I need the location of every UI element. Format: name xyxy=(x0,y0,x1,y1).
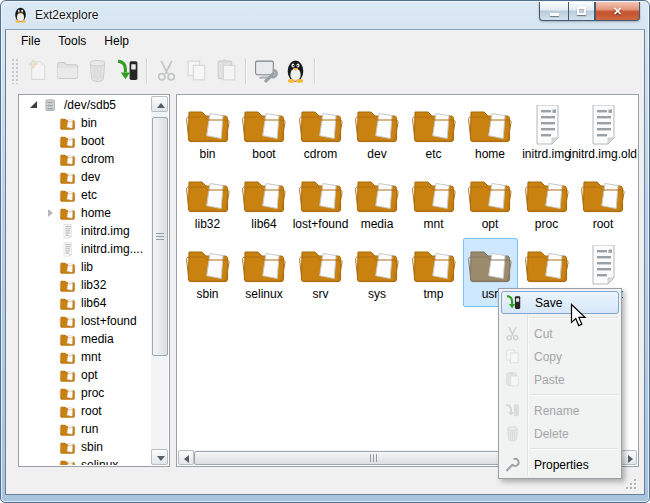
tree-item-mnt[interactable]: mnt xyxy=(20,348,150,366)
tree-item-cdrom[interactable]: cdrom xyxy=(20,150,150,168)
file-item-opt[interactable]: opt xyxy=(463,168,518,237)
context-menu-label: Properties xyxy=(534,458,589,472)
file-item-sbin[interactable]: sbin xyxy=(180,238,235,307)
scroll-down-button[interactable] xyxy=(151,449,168,465)
tree-item-proc[interactable]: proc xyxy=(20,384,150,402)
file-item-home[interactable]: home xyxy=(463,98,518,167)
file-item-label: boot xyxy=(252,147,275,161)
menu-separator xyxy=(530,394,618,396)
tree-item-sbin[interactable]: sbin xyxy=(20,438,150,456)
tree-item-run[interactable]: run xyxy=(20,420,150,438)
folder-icon xyxy=(297,173,345,215)
folder-icon xyxy=(297,175,345,215)
tree-item-lib64[interactable]: lib64 xyxy=(20,294,150,312)
menu-file[interactable]: File xyxy=(12,31,49,51)
folder-icon xyxy=(184,243,232,285)
file-item-media[interactable]: media xyxy=(350,168,405,237)
tree-item-label: etc xyxy=(81,188,97,202)
tree-item-bin[interactable]: bin xyxy=(20,114,150,132)
tree-item-label: cdrom xyxy=(81,152,114,166)
file-icon xyxy=(523,103,571,145)
scrollbar-thumb[interactable] xyxy=(152,117,168,356)
folder-icon xyxy=(240,103,288,145)
file-item-proc[interactable]: proc xyxy=(519,168,574,237)
properties-tool-button[interactable] xyxy=(250,56,280,86)
tree-item-dev[interactable]: dev xyxy=(20,168,150,186)
copy-icon xyxy=(499,348,525,365)
folder-icon xyxy=(59,152,76,167)
menu-help[interactable]: Help xyxy=(95,31,138,51)
tree-item-initrd-img[interactable]: initrd.img.... xyxy=(20,240,150,258)
file-item-lib32[interactable]: lib32 xyxy=(180,168,235,237)
context-copy[interactable]: Copy xyxy=(499,345,621,368)
scroll-up-button[interactable] xyxy=(151,96,168,112)
tree-item-label: mnt xyxy=(81,350,101,364)
tree-item-home[interactable]: home xyxy=(20,204,150,222)
save-export-button[interactable] xyxy=(112,56,142,86)
file-item-initrd-img-old[interactable]: initrd.img.old xyxy=(576,98,631,167)
close-button[interactable]: ✕ xyxy=(595,2,640,21)
file-item-tmp[interactable]: tmp xyxy=(406,238,461,307)
folder-icon xyxy=(353,245,401,285)
file-item-mnt[interactable]: mnt xyxy=(406,168,461,237)
tree-item-lost-found[interactable]: lost+found xyxy=(20,312,150,330)
tree-vertical-scrollbar[interactable] xyxy=(151,96,168,465)
expander-collapsed-icon[interactable] xyxy=(46,208,56,218)
tree-item-media[interactable]: media xyxy=(20,330,150,348)
tree-item-dev-sdb5[interactable]: /dev/sdb5 xyxy=(20,96,150,114)
context-paste[interactable]: Paste xyxy=(499,368,621,391)
folder-icon xyxy=(410,245,458,285)
expander-spacer xyxy=(46,154,56,164)
menu-tools[interactable]: Tools xyxy=(49,31,95,51)
file-item-label: srv xyxy=(313,287,329,301)
tree-item-selinux[interactable]: selinux xyxy=(20,456,150,465)
file-item-selinux[interactable]: selinux xyxy=(237,238,292,307)
context-menu-label: Cut xyxy=(534,327,553,341)
file-item-etc[interactable]: etc xyxy=(406,98,461,167)
scroll-left-button[interactable] xyxy=(178,450,194,465)
toolbar-drag-handle[interactable] xyxy=(11,58,18,84)
file-item-srv[interactable]: srv xyxy=(293,238,348,307)
titlebar[interactable]: Ext2explore ✕ xyxy=(1,1,649,29)
tree-item-root[interactable]: root xyxy=(20,402,150,420)
file-item-sys[interactable]: sys xyxy=(350,238,405,307)
file-item-label: media xyxy=(361,217,394,231)
file-item-label: home xyxy=(475,147,505,161)
scroll-right-button[interactable] xyxy=(621,450,637,465)
context-cut[interactable]: Cut xyxy=(499,322,621,345)
file-item-cdrom[interactable]: cdrom xyxy=(293,98,348,167)
folder-icon xyxy=(410,243,458,285)
context-menu: SaveCutCopyPasteRenameDeleteProperties xyxy=(498,288,622,479)
context-menu-items: SaveCutCopyPasteRenameDeleteProperties xyxy=(499,291,621,476)
file-item-label: mnt xyxy=(423,217,443,231)
context-delete[interactable]: Delete xyxy=(499,422,621,445)
expander-spacer xyxy=(46,298,56,308)
file-item-root[interactable]: root xyxy=(576,168,631,237)
file-item-initrd-img[interactable]: initrd.img xyxy=(519,98,574,167)
tree-item-opt[interactable]: opt xyxy=(20,366,150,384)
tree-item-etc[interactable]: etc xyxy=(20,186,150,204)
context-rename[interactable]: Rename xyxy=(499,399,621,422)
cut-icon xyxy=(504,325,521,342)
context-properties[interactable]: Properties xyxy=(499,453,621,476)
resize-grip[interactable] xyxy=(624,477,636,489)
tree-item-boot[interactable]: boot xyxy=(20,132,150,150)
file-item-dev[interactable]: dev xyxy=(350,98,405,167)
tree-item-initrd-img[interactable]: initrd.img xyxy=(20,222,150,240)
expander-spacer xyxy=(46,460,56,465)
minimize-button[interactable] xyxy=(539,2,568,21)
file-item-lost-found[interactable]: lost+found xyxy=(293,168,348,237)
maximize-button[interactable] xyxy=(568,2,595,21)
file-item-bin[interactable]: bin xyxy=(180,98,235,167)
folder-icon xyxy=(59,206,76,221)
folder-icon xyxy=(59,422,76,437)
context-save[interactable]: Save xyxy=(501,291,619,314)
file-item-lib64[interactable]: lib64 xyxy=(237,168,292,237)
folder-icon xyxy=(410,103,458,145)
linux-tux-button[interactable] xyxy=(280,56,310,86)
tree-item-lib32[interactable]: lib32 xyxy=(20,276,150,294)
file-item-boot[interactable]: boot xyxy=(237,98,292,167)
expander-expanded-icon[interactable] xyxy=(29,100,39,110)
tree-item-lib[interactable]: lib xyxy=(20,258,150,276)
cut-icon xyxy=(499,325,525,342)
